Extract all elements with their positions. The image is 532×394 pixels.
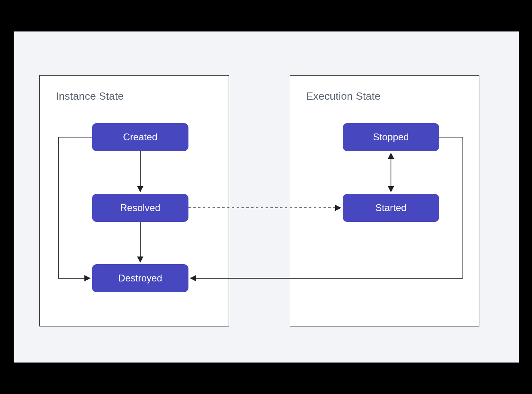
- group-title-execution: Execution State: [306, 90, 381, 103]
- state-label: Created: [123, 131, 157, 143]
- state-label: Resolved: [120, 202, 160, 213]
- state-started: Started: [343, 194, 439, 222]
- state-label: Started: [375, 202, 406, 213]
- state-destroyed: Destroyed: [92, 264, 188, 292]
- group-title-instance: Instance State: [56, 90, 124, 103]
- state-label: Stopped: [373, 131, 409, 143]
- state-created: Created: [92, 123, 188, 151]
- state-resolved: Resolved: [92, 194, 188, 222]
- state-label: Destroyed: [118, 273, 162, 284]
- diagram-canvas: Instance State Execution State Created R…: [14, 31, 519, 363]
- state-stopped: Stopped: [343, 123, 439, 151]
